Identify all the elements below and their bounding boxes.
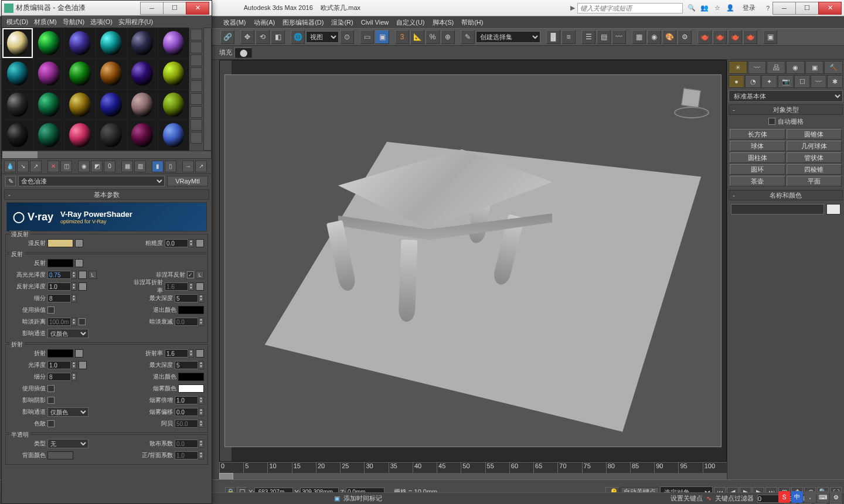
create-1[interactable]: 圆锥体 xyxy=(787,129,842,139)
diffuse-map-button[interactable] xyxy=(75,239,83,247)
time-ruler[interactable]: 0510152025303540455055606570758085909510… xyxy=(219,462,727,473)
fresnel-checkbox[interactable]: ✓ xyxy=(187,271,194,278)
menu-render[interactable]: 渲染(R) xyxy=(328,17,356,28)
menu-civilview[interactable]: Civil View xyxy=(358,18,392,27)
subtab-cameras[interactable]: 📷 xyxy=(778,75,794,88)
faffect-dropdown[interactable]: 仅颜色 xyxy=(47,407,89,417)
create-8[interactable]: 茶壶 xyxy=(730,176,785,186)
create-3[interactable]: 几何球体 xyxy=(787,141,842,151)
fshadows-checkbox[interactable] xyxy=(47,397,55,404)
assign-icon[interactable]: ↗ xyxy=(30,161,42,172)
tray-ime-icon[interactable]: 中 xyxy=(791,491,803,503)
subtab-lights[interactable]: ✦ xyxy=(761,75,777,88)
teapot4-icon[interactable]: 🫖 xyxy=(743,30,757,44)
sampletype-icon[interactable] xyxy=(190,29,202,40)
maximize-button[interactable]: ☐ xyxy=(795,2,819,15)
user-icon[interactable]: 👤 xyxy=(725,3,736,13)
pick-icon[interactable]: ↗ xyxy=(195,161,207,172)
tray-sogou-icon[interactable]: S xyxy=(778,491,790,503)
sample-slot-23[interactable] xyxy=(158,120,189,150)
hgloss-input[interactable] xyxy=(47,271,71,279)
subtab-helpers[interactable]: ☐ xyxy=(794,75,810,88)
hgloss-map-button[interactable] xyxy=(79,271,87,279)
rsubdiv-input[interactable] xyxy=(47,294,71,302)
close-button[interactable]: ✕ xyxy=(818,2,842,15)
options-icon[interactable] xyxy=(190,106,202,118)
sample-slot-11[interactable] xyxy=(158,59,189,88)
reset-icon[interactable]: ✕ xyxy=(47,161,59,172)
fgloss-input[interactable] xyxy=(47,361,71,369)
mat-menu-mode[interactable]: 模式(D) xyxy=(4,16,30,28)
ior-map-button[interactable] xyxy=(196,349,204,357)
login-link[interactable]: 登录 xyxy=(743,4,755,12)
rotate-icon[interactable]: ⟲ xyxy=(256,30,270,44)
sample-slot-14[interactable] xyxy=(64,90,95,120)
fogm-input[interactable] xyxy=(175,396,198,404)
fexit-swatch[interactable] xyxy=(178,373,204,381)
sample-slot-3[interactable] xyxy=(96,28,127,58)
sample-slot-20[interactable] xyxy=(64,120,95,150)
anglesnap-icon[interactable]: 📐 xyxy=(410,30,424,44)
sample-slot-9[interactable] xyxy=(96,59,127,88)
background-icon[interactable] xyxy=(190,55,202,66)
link-icon[interactable]: 🔗 xyxy=(220,30,234,44)
fmaxdepth-input[interactable] xyxy=(175,361,198,369)
mat-menu-util[interactable]: 实用程序(U) xyxy=(116,16,155,28)
sample-slot-6[interactable] xyxy=(2,59,33,88)
ior-input[interactable] xyxy=(165,349,188,357)
menu-help[interactable]: 帮助(H) xyxy=(458,17,486,28)
rgloss-input[interactable] xyxy=(47,282,71,291)
sample-slot-0[interactable] xyxy=(2,28,33,58)
sample-slot-21[interactable] xyxy=(96,120,127,150)
mat-menu-nav[interactable]: 导航(N) xyxy=(60,16,87,28)
sample-slot-18[interactable] xyxy=(2,120,33,150)
uvtile-icon[interactable] xyxy=(190,67,202,79)
videocheck-icon[interactable] xyxy=(190,80,202,92)
mat-maximize-button[interactable]: ☐ xyxy=(163,2,186,15)
mat-menu-material[interactable]: 材质(M) xyxy=(32,16,59,28)
menu-customize[interactable]: 自定义(U) xyxy=(393,17,428,28)
menu-animation[interactable]: 动画(A) xyxy=(250,17,279,28)
dimdist-checkbox[interactable] xyxy=(79,318,86,325)
pickfromobj-icon[interactable]: ✎ xyxy=(5,176,16,186)
sceneexp-icon[interactable]: ▤ xyxy=(597,30,611,44)
tab-hierarchy[interactable]: 品 xyxy=(767,61,785,74)
sample-slot-12[interactable] xyxy=(2,90,33,120)
sample-slot-1[interactable] xyxy=(33,28,64,58)
tab-create[interactable]: ☀ xyxy=(729,61,747,74)
refract-map-button[interactable] xyxy=(75,349,83,357)
refsys-dropdown[interactable]: 视图 xyxy=(306,31,339,43)
help-search-input[interactable] xyxy=(577,3,683,13)
tab-modify[interactable]: 〰 xyxy=(748,61,767,74)
trans-type-dropdown[interactable]: 无 xyxy=(47,439,89,448)
sample-slot-8[interactable] xyxy=(64,59,95,88)
menu-script[interactable]: 脚本(S) xyxy=(429,17,458,28)
material-name-dropdown[interactable]: 金色油漆 xyxy=(18,176,165,186)
hgloss-lock-button[interactable]: L xyxy=(89,271,97,279)
editnamed-icon[interactable]: ✎ xyxy=(461,30,475,44)
sample-slot-13[interactable] xyxy=(33,90,64,120)
rollout-basic-params[interactable]: 基本参数 xyxy=(4,189,209,200)
spinnersnap-icon[interactable]: ⊕ xyxy=(441,30,455,44)
select-icon[interactable]: ▭ xyxy=(360,30,374,44)
sample-slot-2[interactable] xyxy=(64,28,95,58)
sample-slot-15[interactable] xyxy=(96,90,127,120)
mat-close-button[interactable]: ✕ xyxy=(186,2,209,15)
showend-icon[interactable]: ▥ xyxy=(134,161,146,172)
rollout-name-color[interactable]: 名称和颜色 xyxy=(729,190,843,200)
goforward-icon[interactable]: → xyxy=(182,161,194,172)
selectionset-dropdown[interactable]: 创建选择集 xyxy=(476,31,540,43)
sample-slot-22[interactable] xyxy=(127,120,158,150)
object-color-swatch[interactable] xyxy=(826,204,840,214)
showmap-icon[interactable]: ▦ xyxy=(121,161,133,172)
sample-slot-19[interactable] xyxy=(33,120,64,150)
align-icon[interactable]: ≡ xyxy=(561,30,576,44)
fill-toggle[interactable]: ⬤ xyxy=(234,47,252,58)
mat-menu-options[interactable]: 选项(O) xyxy=(88,16,115,28)
addtime-label[interactable]: 添加时间标记 xyxy=(343,494,382,503)
sample-slot-7[interactable] xyxy=(33,59,64,88)
setkey-button[interactable]: 设置关键点 xyxy=(671,494,703,503)
curve-icon[interactable]: 〰 xyxy=(612,30,626,44)
menu-modifiers[interactable]: 改器(M) xyxy=(220,17,250,28)
rinterp-checkbox[interactable] xyxy=(47,307,55,314)
